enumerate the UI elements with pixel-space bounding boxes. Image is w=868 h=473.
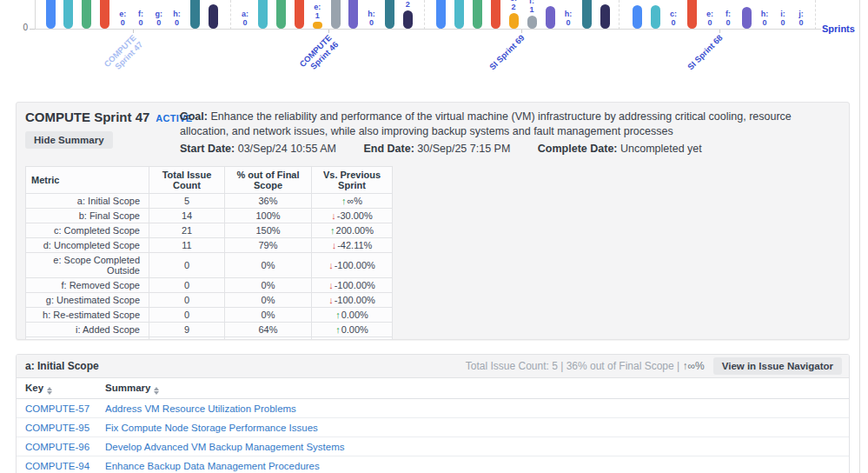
metric-name: d: Uncompleted Scope	[26, 238, 149, 253]
trend-down-arrow-icon: ↓	[328, 295, 334, 305]
y-axis-zero-label: 0	[12, 23, 28, 32]
view-in-issue-navigator-button[interactable]: View in Issue Navigator	[713, 357, 842, 375]
issues-column-header-key[interactable]: Key	[17, 378, 96, 399]
bar-g[interactable]	[546, 6, 555, 29]
bar-j[interactable]	[209, 4, 218, 29]
issues-section-title: a: Initial Scope	[25, 360, 466, 372]
sprint-title: COMPUTE Sprint 47	[25, 110, 149, 124]
metric-trend: ↑0.00%	[312, 308, 393, 323]
issue-key-link[interactable]: COMPUTE-96	[25, 442, 89, 452]
bar-c[interactable]	[82, 0, 91, 29]
bar-f[interactable]	[331, 0, 341, 29]
issues-section-stats: Total Issue Count: 5 | 36% out of Final …	[466, 360, 705, 372]
issue-row: COMPUTE-95Fix Compute Node Storage Perfo…	[17, 418, 849, 437]
metric-count: 0	[149, 278, 225, 293]
issues-column-header-summary[interactable]: Summary	[96, 378, 849, 399]
bar-c[interactable]	[276, 0, 286, 29]
issue-row: COMPUTE-96Develop Advanced VM Backup Man…	[17, 437, 849, 456]
group-separator	[230, 0, 231, 30]
bar-b[interactable]	[63, 0, 73, 29]
metric-row: a: Initial Scope536%↑∞%	[26, 194, 393, 209]
issue-summary-link[interactable]: Address VM Resource Utilization Problems	[105, 403, 296, 414]
end-date-value: 30/Sep/25 7:15 PM	[417, 143, 510, 155]
sprint-axis-label-4: SI Sprint 68	[670, 32, 726, 88]
bar-c[interactable]	[473, 0, 482, 29]
metric-percent: 100%	[225, 209, 312, 223]
bar-e[interactable]	[313, 22, 322, 29]
metric-trend: ↓-100.00%	[312, 278, 393, 293]
metric-percent: 0%	[225, 308, 312, 323]
bar-value-label-g: g:0	[150, 10, 168, 27]
issue-key-link[interactable]: COMPUTE-94	[25, 461, 89, 471]
trend-down-arrow-icon: ↓	[331, 210, 336, 221]
bar-b[interactable]	[258, 0, 268, 29]
bar-d[interactable]	[491, 0, 500, 29]
bar-value-label-h: h:0	[363, 10, 381, 27]
bar-a[interactable]	[633, 5, 642, 29]
bar-i[interactable]	[190, 0, 200, 29]
bar-d[interactable]	[100, 0, 109, 29]
goal-text: Enhance the reliability and performance …	[180, 110, 792, 137]
metric-trend: ↓-100.00%	[312, 293, 393, 308]
metric-row: b: Final Scope14100%↓-30.00%	[26, 209, 393, 223]
metric-name: c: Completed Scope	[26, 223, 149, 238]
issue-row: COMPUTE-57Address VM Resource Utilizatio…	[17, 399, 849, 418]
group-separator	[424, 0, 425, 30]
bar-f[interactable]	[527, 16, 537, 29]
bar-value-label-e: e:0	[701, 10, 719, 27]
hide-summary-button[interactable]: Hide Summary	[25, 131, 113, 149]
goal-label: Goal:	[180, 110, 208, 123]
bar-g[interactable]	[742, 7, 752, 29]
bar-value-label-e: e:2	[505, 0, 522, 11]
bar-e[interactable]	[509, 13, 519, 29]
bar-a[interactable]	[46, 0, 56, 29]
issue-summary-link[interactable]: Enhance Backup Data Management Procedure…	[105, 461, 320, 471]
issue-summary-link[interactable]: Fix Compute Node Storage Performance Iss…	[105, 423, 318, 433]
metric-trend: ↑50.00%	[312, 337, 393, 341]
page-scrollbar-track[interactable]	[859, 0, 860, 473]
bar-value-label-h: h:0	[756, 10, 773, 27]
bar-value-label-j: j:0	[792, 10, 810, 27]
metrics-column-header: Metric	[26, 167, 149, 194]
bar-d[interactable]	[295, 0, 304, 29]
bar-value-label-e: e:0	[114, 10, 131, 27]
bar-g[interactable]	[348, 0, 358, 29]
metric-count: 0	[149, 308, 225, 323]
bar-i[interactable]	[582, 0, 592, 29]
issues-table: Key Summary COMPUTE-57Address VM Resourc…	[17, 378, 849, 473]
bar-j[interactable]	[600, 4, 610, 29]
metric-count: 21	[149, 223, 225, 238]
group-separator	[815, 0, 816, 30]
bar-b[interactable]	[651, 5, 660, 29]
issue-summary-link[interactable]: Develop Advanced VM Backup Management Sy…	[105, 442, 345, 452]
x-axis-line	[35, 29, 821, 30]
issue-key-link[interactable]: COMPUTE-95	[25, 423, 89, 433]
bar-d[interactable]	[687, 0, 697, 29]
metrics-column-header: Total Issue Count	[149, 167, 225, 194]
sprint-axis-label-1: COMPUTESprint 47	[83, 32, 145, 94]
trend-down-arrow-icon: ↓	[328, 280, 334, 290]
metric-name: g: Unestimated Scope	[26, 293, 149, 308]
end-date-label: End Date:	[363, 143, 414, 155]
metric-name: e: Scope Completed Outside	[26, 253, 149, 278]
issue-row: COMPUTE-94Enhance Backup Data Management…	[17, 456, 849, 473]
trend-up-arrow-icon: ↑	[335, 310, 341, 320]
bar-b[interactable]	[454, 0, 464, 29]
issue-key-link[interactable]: COMPUTE-57	[25, 403, 89, 414]
metric-row: d: Uncompleted Scope1179%↓-42.11%	[26, 238, 393, 253]
sort-icon[interactable]	[154, 387, 159, 395]
sprint-summary-panel: COMPUTE Sprint 47 ACTIVE Hide Summary Go…	[16, 102, 850, 340]
metric-row: g: Unestimated Scope00%↓-100.00%	[26, 293, 393, 308]
bar-a[interactable]	[436, 0, 446, 29]
bar-value-label-e: e:1	[308, 3, 326, 20]
bar-value-label-f: f:1	[523, 0, 540, 14]
metric-name: j: CustomMetric: Linus Torvalds	[26, 337, 149, 341]
bar-value-label-f: f:0	[132, 10, 149, 27]
bar-j[interactable]	[403, 10, 413, 29]
complete-date-value: Uncompleted yet	[620, 143, 702, 155]
bar-value-label-j: j:2	[399, 0, 416, 9]
bar-i[interactable]	[385, 0, 394, 29]
metric-count: 3	[149, 337, 225, 341]
sprint-goal: Goal: Enhance the reliability and perfor…	[180, 110, 829, 139]
sort-icon[interactable]	[47, 387, 52, 395]
